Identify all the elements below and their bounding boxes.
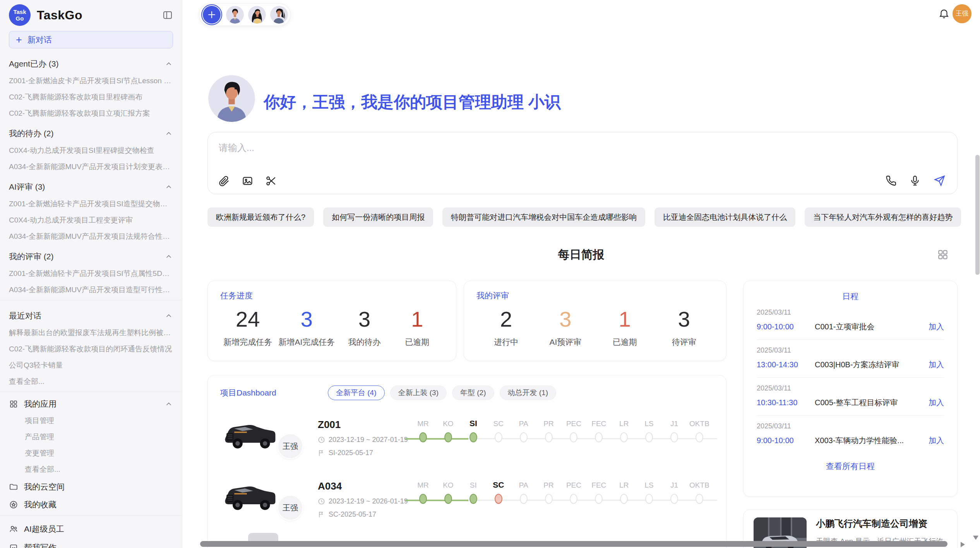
milestone: LR <box>612 478 636 504</box>
app-item[interactable]: 变更管理 <box>9 448 173 458</box>
join-button[interactable]: 加入 <box>929 435 944 446</box>
plus-icon <box>207 10 217 20</box>
phone-icon[interactable] <box>885 175 897 187</box>
sidebar-task-item[interactable]: Z001-全新燃油皮卡产品开发项目SI节点Lesson Learn报告 <box>9 76 173 86</box>
horizontal-scrollbar[interactable] <box>200 541 947 547</box>
mic-icon[interactable] <box>909 175 921 187</box>
sidebar-task-item[interactable]: C02-飞腾新能源轻客改款项目立项汇报方案 <box>9 108 173 118</box>
chat-input[interactable]: 请输入... <box>207 132 958 194</box>
divider <box>0 515 182 515</box>
sidebar: Task Go TaskGo 新对话 Agent已办 (3) Z001-全新燃油… <box>0 0 182 548</box>
schedule-title: 日程 <box>757 291 944 302</box>
app-item[interactable]: 项目管理 <box>9 416 173 425</box>
sidebar-item-my-apps[interactable]: 我的应用 <box>9 399 173 409</box>
sidebar-task-item[interactable]: C0X4-动力总成开发项目SI里程碑提交物检查 <box>9 146 173 155</box>
sidebar-task-item[interactable]: Z001-全新燃油轻卡产品开发项目SI节点属性5D文件评审 <box>9 269 173 278</box>
sidebar-task-item[interactable]: A034-全新新能源MUV产品开发项目法规符合性评审 <box>9 231 173 241</box>
section-ai-review[interactable]: AI评审 (3) <box>9 182 173 192</box>
suggestion-chip[interactable]: 欧洲新规最近颁布了什么? <box>207 207 314 227</box>
attach-icon[interactable] <box>218 175 230 187</box>
dashboard-tab[interactable]: 全新上装 (3) <box>390 385 447 400</box>
dashboard-header: 项目Dashboard 全新平台 (4)全新上装 (3)年型 (2)动总开发 (… <box>220 385 714 400</box>
dashboard-tab[interactable]: 全新平台 (4) <box>328 385 385 400</box>
sidebar-item-help-me-write[interactable]: 帮我写作 <box>9 543 173 548</box>
layout-grid-icon[interactable] <box>937 248 949 261</box>
sidebar-task-item[interactable]: A034-全新新能源MUV产品开发项目造型可行性评审 <box>9 285 173 295</box>
section-agent-done[interactable]: Agent已办 (3) <box>9 58 173 69</box>
milestone: FEC <box>586 416 611 442</box>
card-title: 任务进度 <box>220 290 444 301</box>
app-item[interactable]: 产品管理 <box>9 432 173 442</box>
sidebar-task-item[interactable]: Z001-全新燃油轻卡产品开发项目SI造型提交物评审 <box>9 199 173 209</box>
scissors-icon[interactable] <box>265 175 277 187</box>
input-tools-left <box>218 175 277 187</box>
milestone: J1 <box>662 416 687 442</box>
news-title: 小鹏飞行汽车制造公司增资 <box>816 517 947 530</box>
milestone-label: PR <box>543 478 553 490</box>
suggestion-chip[interactable]: 当下年轻人对汽车外观有怎样的喜好趋势 <box>805 207 961 227</box>
view-all-schedule-link[interactable]: 查看所有日程 <box>757 461 944 472</box>
recent-chat-item[interactable]: 公司Q3轻卡销量 <box>9 360 173 370</box>
new-chat-button[interactable]: 新对话 <box>9 31 173 48</box>
vertical-scrollbar[interactable] <box>975 155 980 275</box>
section-my-todo[interactable]: 我的待办 (2) <box>9 128 173 139</box>
apps-view-all[interactable]: 查看全部... <box>9 464 173 474</box>
dashboard-tab[interactable]: 动总开发 (1) <box>500 385 557 400</box>
milestone-dot <box>520 432 528 442</box>
sidebar-task-item[interactable]: C02-飞腾新能源轻客改款项目里程碑画布 <box>9 92 173 102</box>
suggestion-chip[interactable]: 比亚迪全固态电池计划具体说了什么 <box>654 207 795 227</box>
suggestion-chip[interactable]: 如何写一份清晰的项目周报 <box>323 207 433 227</box>
recent-chat-item[interactable]: 解释最新出台的欧盟报废车法规再生塑料比例被调至15%... <box>9 328 173 337</box>
chevron-up-icon[interactable] <box>164 400 173 408</box>
ai-review-list: Z001-全新燃油轻卡产品开发项目SI造型提交物评审C0X4-动力总成开发项目工… <box>9 199 173 241</box>
chevron-up-icon[interactable] <box>164 183 173 191</box>
sidebar-item-favorites[interactable]: 我的收藏 <box>9 500 173 510</box>
agent-avatar-2[interactable] <box>248 6 266 24</box>
chevron-up-icon[interactable] <box>164 129 173 138</box>
send-icon[interactable] <box>933 175 946 187</box>
panel-toggle-icon[interactable] <box>162 10 173 21</box>
project-owner-badge: 王强 <box>277 495 303 521</box>
milestone: MR <box>411 478 435 504</box>
user-avatar[interactable]: 王强 <box>953 4 971 23</box>
sidebar-item-ai-super-staff[interactable]: AI超级员工 <box>9 524 173 534</box>
sidebar-task-item[interactable]: C0X4-动力总成开发项目工程变更评审 <box>9 215 173 225</box>
agent-avatar-3[interactable] <box>270 6 288 24</box>
recent-view-all[interactable]: 查看全部... <box>9 377 173 386</box>
schedule-date: 2025/03/11 <box>757 308 944 317</box>
sidebar-item-cloud-space[interactable]: 我的云空间 <box>9 482 173 492</box>
dashboard-tab[interactable]: 年型 (2) <box>452 385 494 400</box>
milestone-label: FEC <box>591 416 606 428</box>
team-icon <box>9 524 18 534</box>
project-image: 王强 <box>220 414 279 453</box>
section-recent-chats[interactable]: 最近对话 <box>9 310 173 321</box>
section-my-review[interactable]: 我的评审 (2) <box>9 251 173 262</box>
join-button[interactable]: 加入 <box>929 360 944 370</box>
project-row-a034[interactable]: 王强 A034 2023-12-19 ~ 2026-01-19 SC-2025-… <box>220 476 714 530</box>
add-agent-button[interactable] <box>203 6 221 24</box>
suggestion-chip[interactable]: 特朗普可能对进口汽车增税会对中国车企造成哪些影响 <box>442 207 645 227</box>
milestone-dot <box>570 494 577 504</box>
agent-avatar-1[interactable] <box>226 6 244 24</box>
stat-item: 2 进行中 <box>483 306 529 348</box>
milestone: PA <box>511 478 536 504</box>
chevron-up-icon[interactable] <box>164 60 173 68</box>
milestone-dot <box>645 494 653 504</box>
scroll-down-arrow[interactable] <box>973 536 978 540</box>
milestone: SC <box>486 478 511 504</box>
scroll-right-arrow[interactable] <box>961 542 965 547</box>
flag-icon <box>318 511 325 518</box>
image-icon[interactable] <box>242 175 254 187</box>
sidebar-task-item[interactable]: A034-全新新能源MUV产品开发项目计划变更表编写 <box>9 162 173 171</box>
milestone: J1 <box>662 478 687 504</box>
chevron-up-icon[interactable] <box>164 312 173 320</box>
join-button[interactable]: 加入 <box>929 322 944 332</box>
bell-icon[interactable] <box>938 8 950 19</box>
project-row-z001[interactable]: 王强 Z001 2023-12-19 ~ 2027-01-19 SI-2025-… <box>220 414 714 468</box>
join-button[interactable]: 加入 <box>929 397 944 408</box>
milestone: PR <box>536 478 561 504</box>
milestone-label: PEC <box>566 478 581 490</box>
schedule-event-title: C003|H0B-方案冻结评审 <box>815 360 925 370</box>
recent-chat-item[interactable]: C02-飞腾新能源轻客改款项目的闭环通告反馈情况 <box>9 344 173 354</box>
chevron-up-icon[interactable] <box>164 252 173 261</box>
